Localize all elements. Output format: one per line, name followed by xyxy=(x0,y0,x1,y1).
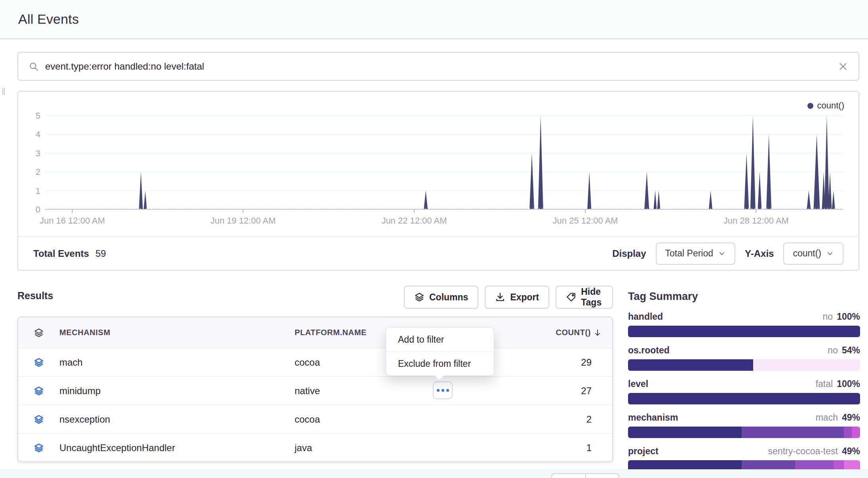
ellipsis-icon xyxy=(442,389,444,392)
columns-button[interactable]: Columns xyxy=(404,286,478,309)
tag-name[interactable]: level xyxy=(628,379,648,389)
svg-text:Jun 19 12:00 AM: Jun 19 12:00 AM xyxy=(210,216,276,226)
tag-percent: 49% xyxy=(842,446,860,457)
tag-bar-segment[interactable] xyxy=(628,326,860,337)
tag-name[interactable]: mechanism xyxy=(628,412,678,423)
cell-actions-button[interactable] xyxy=(433,381,453,399)
export-button-label: Export xyxy=(510,292,539,303)
menu-item-add-to-filter[interactable]: Add to filter xyxy=(386,328,494,351)
table-row[interactable]: machcocoa29 xyxy=(18,348,612,377)
total-events-value: 59 xyxy=(95,248,106,259)
tag-percent: 54% xyxy=(842,345,860,356)
mechanism-cell[interactable]: mach xyxy=(59,357,295,368)
svg-text:2: 2 xyxy=(36,167,40,177)
tag-distribution-bar[interactable] xyxy=(628,359,860,371)
tag-bar-segment[interactable] xyxy=(628,427,742,438)
table-row[interactable]: minidumpnative27 xyxy=(18,377,612,405)
results-table-body: machcocoa29minidumpnative27nsexceptionco… xyxy=(18,348,612,462)
event-link-cell[interactable] xyxy=(18,386,59,396)
count-cell[interactable]: 1 xyxy=(516,442,612,453)
tag-summary-row: handledno100% xyxy=(628,311,860,337)
pagination-divider xyxy=(585,474,586,478)
search-input[interactable]: event.type:error handled:no level:fatal xyxy=(45,61,838,72)
table-row[interactable]: UncaughtExceptionHandlerjava1 xyxy=(18,434,612,462)
svg-text:4: 4 xyxy=(36,129,40,139)
tag-distribution-bar[interactable] xyxy=(628,393,860,404)
layers-icon[interactable] xyxy=(34,414,44,425)
tag-labels: handledno100% xyxy=(628,311,860,323)
count-header-label: COUNT() xyxy=(556,328,591,337)
platform-cell[interactable]: java xyxy=(295,442,516,453)
display-dropdown[interactable]: Total Period xyxy=(656,243,735,265)
display-label: Display xyxy=(612,248,646,259)
event-link-cell[interactable] xyxy=(18,357,59,368)
display-dropdown-value: Total Period xyxy=(665,248,713,259)
tag-bar-segment[interactable] xyxy=(742,427,844,438)
events-chart-plot[interactable]: 012345Jun 16 12:00 AMJun 19 12:00 AMJun … xyxy=(18,92,858,237)
tag-bar-segment[interactable] xyxy=(628,393,860,404)
tag-percent: 100% xyxy=(837,379,860,389)
tag-top-value: no xyxy=(828,345,838,356)
panel-drag-handle[interactable] xyxy=(2,88,5,95)
tag-name[interactable]: handled xyxy=(628,311,663,322)
layers-icon xyxy=(34,328,44,338)
mechanism-cell[interactable]: UncaughtExceptionHandler xyxy=(59,442,295,453)
page-header: All Events xyxy=(0,0,868,39)
pagination-buttons[interactable] xyxy=(551,473,619,478)
tag-summary-row: mechanismmach49% xyxy=(628,412,860,438)
tag-name[interactable]: os.rooted xyxy=(628,345,670,356)
table-row[interactable]: nsexceptioncocoa2 xyxy=(18,405,612,434)
mechanism-cell[interactable]: minidump xyxy=(59,385,295,396)
column-header-mechanism[interactable]: MECHANISM xyxy=(59,328,295,337)
tag-percent: 100% xyxy=(837,311,860,322)
tag-bar-segment[interactable] xyxy=(753,359,860,371)
count-value: 27 xyxy=(516,385,602,396)
legend-label: count() xyxy=(817,101,844,111)
layers-icon xyxy=(414,292,424,302)
tag-top-value: no xyxy=(823,311,833,322)
count-value: 1 xyxy=(516,442,602,453)
platform-cell[interactable]: cocoa xyxy=(295,414,516,425)
chevron-down-icon xyxy=(826,250,834,258)
layers-icon[interactable] xyxy=(34,443,44,453)
mechanism-cell[interactable]: nsexception xyxy=(59,414,295,425)
ellipsis-icon xyxy=(446,389,449,392)
tag-bar-segment[interactable] xyxy=(844,427,852,438)
event-link-cell[interactable] xyxy=(18,414,59,425)
chart-footer: Total Events 59 Display Total Period Y-A… xyxy=(18,237,858,270)
cell-actions-menu: Add to filter Exclude from filter xyxy=(386,327,494,376)
tag-distribution-bar[interactable] xyxy=(628,427,860,438)
layers-icon[interactable] xyxy=(34,357,44,368)
tag-top-value: fatal xyxy=(816,379,833,389)
clear-search-icon[interactable] xyxy=(838,61,848,72)
platform-cell[interactable]: native xyxy=(295,385,516,396)
results-table: MECHANISM PLATFORM.NAME COUNT() machcoco… xyxy=(17,317,613,462)
tag-bar-segment[interactable] xyxy=(852,427,860,438)
yaxis-dropdown[interactable]: count() xyxy=(783,243,843,265)
page-bottom-strip xyxy=(0,469,868,478)
count-cell[interactable]: 29 xyxy=(516,357,612,368)
column-header-count[interactable]: COUNT() xyxy=(516,328,612,337)
export-button[interactable]: Export xyxy=(485,286,549,309)
svg-text:Jun 25 12:00 AM: Jun 25 12:00 AM xyxy=(553,216,618,226)
svg-text:Jun 22 12:00 AM: Jun 22 12:00 AM xyxy=(381,216,447,226)
columns-button-label: Columns xyxy=(429,292,468,303)
tag-distribution-bar[interactable] xyxy=(628,326,860,337)
hide-tags-button-label: Hide Tags xyxy=(581,286,603,308)
svg-text:1: 1 xyxy=(36,186,40,196)
yaxis-label: Y-Axis xyxy=(745,248,774,259)
tag-percent: 49% xyxy=(842,412,860,423)
hide-tags-button[interactable]: Hide Tags xyxy=(556,286,613,309)
tag-bar-segment[interactable] xyxy=(628,359,753,371)
event-link-cell[interactable] xyxy=(18,443,59,453)
sort-down-icon xyxy=(593,328,602,337)
all-events-page: All Events event.type:error handled:no l… xyxy=(0,0,868,478)
count-cell[interactable]: 27 xyxy=(516,385,612,396)
layers-icon[interactable] xyxy=(34,386,44,396)
count-cell[interactable]: 2 xyxy=(516,414,612,425)
tag-labels: projectsentry-cocoa-test49% xyxy=(628,446,860,458)
results-heading: Results xyxy=(17,290,53,302)
tag-name[interactable]: project xyxy=(628,446,659,457)
download-icon xyxy=(495,292,505,302)
search-bar[interactable]: event.type:error handled:no level:fatal xyxy=(17,52,859,81)
